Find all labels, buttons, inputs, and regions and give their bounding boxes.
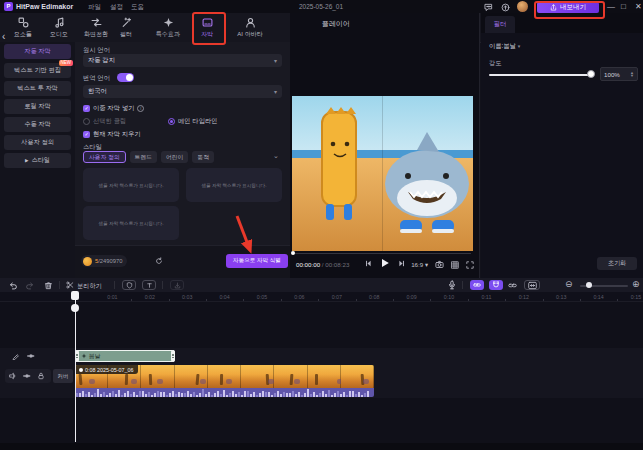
style-chip-2[interactable]: 트렌드 bbox=[130, 151, 157, 163]
aspect-ratio-select[interactable]: 16:9 ▾ bbox=[411, 261, 428, 268]
filter-name: 이름:봄날 ▾ bbox=[489, 42, 520, 51]
split-scissors-icon[interactable] bbox=[66, 281, 74, 289]
chips-expand-chevron-icon[interactable]: ⌄ bbox=[273, 152, 279, 160]
clear-current-checkbox[interactable]: ✓ 현재 자막 지우기 bbox=[83, 130, 141, 139]
unlink-icon[interactable] bbox=[508, 281, 517, 290]
track-visibility-icon[interactable] bbox=[27, 352, 35, 360]
zoom-out-icon[interactable]: ⊖ bbox=[565, 279, 573, 289]
style-preview-card-3[interactable]: 샘플 자막 텍스트가 표시됩니다. bbox=[83, 206, 179, 240]
scope-main-timeline-radio[interactable]: 메인 타임라인 bbox=[168, 117, 218, 126]
translate-language-dropdown[interactable]: 한국어▾ bbox=[83, 85, 282, 98]
menu-file[interactable]: 파일 bbox=[88, 3, 101, 12]
intensity-slider-handle[interactable] bbox=[587, 70, 595, 78]
style-chip-1[interactable]: 사용자 정의 bbox=[83, 151, 126, 163]
next-frame-icon[interactable] bbox=[398, 260, 405, 267]
sidebar-item-6[interactable]: 사용자 정의 bbox=[4, 135, 71, 150]
cover-button[interactable]: 커버 bbox=[53, 369, 73, 383]
style-chip-4[interactable]: 동적 bbox=[192, 151, 214, 163]
ruler-label: 0:09 bbox=[406, 294, 416, 300]
magnet-icon[interactable] bbox=[489, 280, 503, 290]
tab-filter[interactable]: 필터 bbox=[485, 16, 515, 33]
menu-help[interactable]: 도움 bbox=[131, 3, 144, 12]
ribbon-tab-1[interactable]: 요소들 bbox=[8, 15, 38, 41]
sidebar-item-7[interactable]: ▶스타일 bbox=[4, 153, 71, 168]
scope-selected-clip-radio[interactable]: 선택한 클립 bbox=[83, 117, 126, 126]
filter-clip[interactable]: 봄날 bbox=[75, 350, 175, 362]
back-chevron-icon[interactable]: ‹ bbox=[2, 32, 5, 42]
player-transport bbox=[365, 258, 405, 268]
ribbon-tab-4[interactable]: 필터 bbox=[112, 15, 140, 41]
menu-settings[interactable]: 설정 bbox=[110, 3, 123, 12]
reset-button[interactable]: 초기화 bbox=[597, 257, 637, 270]
previous-frame-icon[interactable] bbox=[365, 260, 372, 267]
radio-icon bbox=[83, 118, 90, 125]
maximize-button[interactable]: □ bbox=[621, 2, 626, 11]
mute-track-icon[interactable] bbox=[9, 372, 17, 380]
ruler-label: 0:03 bbox=[182, 294, 192, 300]
timeline-scrollbar-area[interactable] bbox=[0, 443, 643, 450]
zoom-fit-icon[interactable]: ⊕ bbox=[632, 279, 640, 289]
timeline-ruler[interactable]: 0:010:020:030:040:050:060:070:080:090:10… bbox=[0, 292, 643, 302]
dual-subtitle-checkbox[interactable]: ✓ 이중 자막 넣기 i bbox=[83, 104, 144, 113]
audio-icon bbox=[54, 17, 65, 28]
split-label[interactable]: 분리하기 bbox=[77, 282, 102, 291]
ribbon-tab-7[interactable]: AI 아바타 bbox=[228, 15, 272, 41]
info-icon[interactable]: i bbox=[137, 105, 144, 112]
hide-track-icon[interactable] bbox=[23, 372, 31, 380]
lock-track-icon[interactable] bbox=[37, 372, 45, 380]
checkbox-check-icon: ✓ bbox=[83, 131, 90, 138]
grid-icon[interactable] bbox=[451, 261, 459, 269]
style-chip-3[interactable]: 어린이 bbox=[161, 151, 188, 163]
trash-icon[interactable] bbox=[44, 281, 53, 290]
undo-icon[interactable] bbox=[8, 281, 17, 290]
refresh-icon[interactable] bbox=[155, 257, 163, 265]
mic-icon[interactable] bbox=[447, 280, 457, 290]
redo-icon[interactable] bbox=[26, 281, 35, 290]
video-preview bbox=[292, 96, 473, 251]
player-progress-handle[interactable] bbox=[291, 251, 295, 255]
player-progress-bar[interactable] bbox=[292, 253, 471, 254]
sidebar-item-3[interactable]: 텍스트 투 자막 bbox=[4, 81, 71, 96]
sidebar-item-4[interactable]: 로컬 자막 bbox=[4, 99, 71, 114]
preview-range-icon[interactable] bbox=[524, 280, 540, 290]
intensity-value-stepper[interactable]: 100% ▲▼ bbox=[600, 67, 638, 81]
sidebar-item-1[interactable]: 자동 자막 bbox=[4, 44, 71, 59]
update-icon[interactable] bbox=[501, 3, 510, 12]
source-language-dropdown[interactable]: 자동 감지▾ bbox=[83, 54, 282, 67]
video-clip[interactable]: 0:08 2025-05-07_06 bbox=[75, 365, 374, 397]
sidebar-item-2[interactable]: 텍스트 기반 편집NEW bbox=[4, 63, 71, 78]
ruler-label: 0:07 bbox=[332, 294, 342, 300]
freeze-frame-icon[interactable] bbox=[142, 280, 156, 290]
fullscreen-icon[interactable] bbox=[466, 261, 474, 269]
ruler-label: 0:02 bbox=[145, 294, 155, 300]
track-edit-icon[interactable] bbox=[12, 352, 20, 360]
app-window: P HitPaw Edimakor 파일 설정 도움 2025-05-26_01… bbox=[0, 0, 643, 450]
playhead-handle[interactable] bbox=[71, 291, 79, 300]
marker-icon[interactable] bbox=[122, 280, 136, 290]
style-preview-card-2[interactable]: 샘플 자막 텍스트가 표시됩니다. bbox=[186, 168, 282, 202]
player-view-controls: 16:9 ▾ bbox=[411, 260, 474, 269]
intensity-slider[interactable] bbox=[489, 74, 593, 76]
ribbon-tab-2[interactable]: 오디오 bbox=[44, 15, 74, 41]
ruler-label: 0:10 bbox=[444, 294, 454, 300]
clip-trim-handle-right[interactable] bbox=[171, 350, 175, 362]
snapshot-icon[interactable] bbox=[435, 260, 444, 269]
auto-ripple-icon[interactable] bbox=[470, 280, 484, 290]
close-button[interactable]: ✕ bbox=[635, 2, 642, 11]
player-tab[interactable]: 플레이어 bbox=[322, 19, 350, 29]
avatar[interactable] bbox=[517, 1, 528, 12]
translate-toggle[interactable] bbox=[117, 73, 134, 82]
playhead[interactable] bbox=[75, 292, 76, 442]
app-logo: P bbox=[4, 2, 13, 11]
feedback-icon[interactable] bbox=[484, 3, 493, 12]
playhead-knob[interactable] bbox=[71, 304, 79, 312]
stepper-arrows-icon[interactable]: ▲▼ bbox=[630, 71, 634, 78]
ribbon-tab-5[interactable]: 특수효과 bbox=[148, 15, 188, 41]
ribbon-tab-3[interactable]: 화면전환 bbox=[78, 15, 114, 41]
style-preview-card-1[interactable]: 샘플 자막 텍스트가 표시됩니다. bbox=[83, 168, 179, 202]
timeline-zoom-handle[interactable] bbox=[586, 282, 592, 288]
cartoon-character bbox=[322, 107, 356, 220]
play-icon[interactable] bbox=[380, 258, 390, 268]
sidebar-item-5[interactable]: 수동 자막 bbox=[4, 117, 71, 132]
minimize-button[interactable]: — bbox=[607, 2, 615, 11]
